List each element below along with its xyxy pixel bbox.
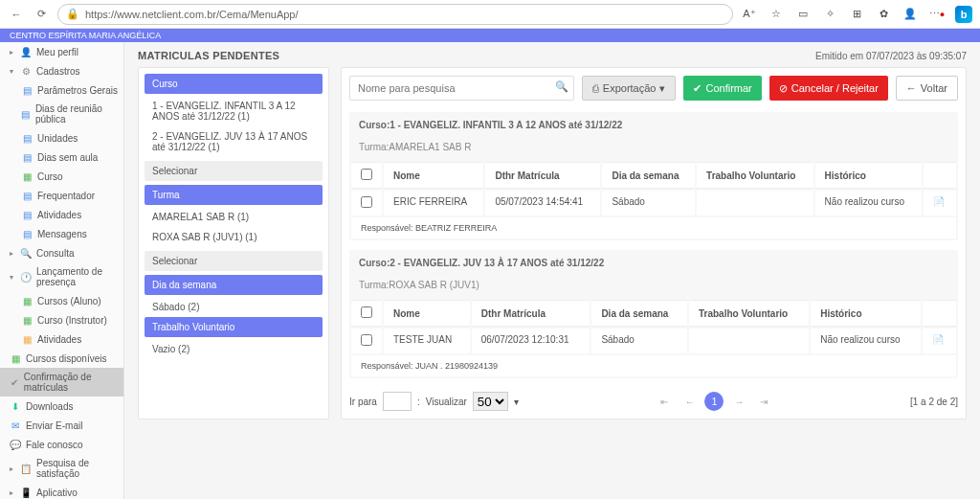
cancel-button[interactable]: ⊘Cancelar / Rejeitar xyxy=(769,76,888,101)
confirm-button[interactable]: ✔Confirmar xyxy=(683,76,761,101)
collections-icon[interactable]: ▭ xyxy=(794,6,812,23)
profile-icon[interactable]: 👤 xyxy=(902,6,919,23)
sidebar-pesquisa[interactable]: ▸📋Pesquisa de satisfação xyxy=(0,454,123,483)
cancel-icon: ⊘ xyxy=(779,82,788,95)
address-bar[interactable]: 🔒 https://www.netclient.com.br/Cema/Menu… xyxy=(57,4,733,25)
sidebar-dias-sem-aula[interactable]: ▤Dias sem aula xyxy=(0,147,123,167)
filter-dia-opt[interactable]: Sábado (2) xyxy=(145,297,323,317)
bing-icon[interactable]: b xyxy=(955,6,972,23)
toolbar: 🔍 ⎙Exportação ▾ ✔Confirmar ⊘Cancelar / R… xyxy=(349,76,958,101)
sidebar-fale[interactable]: 💬Fale conosco xyxy=(0,435,123,454)
back-icon: ← xyxy=(906,82,917,94)
filter-turma-header[interactable]: Turma xyxy=(145,185,323,205)
filter-curso-opt[interactable]: 1 - EVANGELIZ. INFANTIL 3 A 12 ANOS até … xyxy=(145,96,323,126)
refresh-icon[interactable]: ⟳ xyxy=(33,6,50,23)
check-icon: ✔ xyxy=(10,376,19,388)
sidebar-mensagens[interactable]: ▤Mensagens xyxy=(0,224,123,243)
user-icon: 👤 xyxy=(20,46,32,57)
search-input[interactable] xyxy=(349,76,574,101)
gear-icon: ⚙ xyxy=(20,65,32,77)
matricula-table: Nome Dthr Matrícula Dia da semana Trabal… xyxy=(349,298,958,378)
back-button[interactable]: ←Voltar xyxy=(896,76,958,101)
export-icon: ⎙ xyxy=(592,82,599,94)
matricula-table: Nome Dthr Matrícula Dia da semana Trabal… xyxy=(349,160,958,240)
sidebar-parametros[interactable]: ▤Parâmetros Gerais xyxy=(0,80,123,100)
filter-turma-opt[interactable]: ROXA SAB R (JUV1) (1) xyxy=(145,227,323,247)
emit-timestamp: Emitido em 07/07/2023 às 09:35:07 xyxy=(815,51,967,61)
extensions-icon[interactable]: ⊞ xyxy=(848,6,865,23)
sidebar-curso[interactable]: ▦Curso xyxy=(0,167,123,186)
sidebar-email[interactable]: ✉Enviar E-mail xyxy=(0,416,123,435)
col-trab: Trabalho Voluntario xyxy=(689,300,809,327)
pager-last[interactable]: ⇥ xyxy=(754,392,773,411)
read-aloud-icon[interactable]: A⁺ xyxy=(741,6,758,23)
col-dthr: Dthr Matrícula xyxy=(485,162,600,189)
filter-selecionar[interactable]: Selecionar xyxy=(145,161,323,181)
filter-trab-header[interactable]: Trabalho Voluntario xyxy=(145,317,323,337)
sidebar-cursos-disp[interactable]: ▦Cursos disponíveis xyxy=(0,349,123,368)
pager-prev[interactable]: ← xyxy=(679,392,699,411)
course-header: Curso:2 - EVANGELIZ. JUV 13 À 17 ANOS at… xyxy=(349,250,958,276)
favorites-bar-icon[interactable]: ✧ xyxy=(821,6,838,23)
search-icon[interactable]: 🔍 xyxy=(555,80,568,93)
row-checkbox[interactable] xyxy=(361,196,372,208)
list-icon: ▤ xyxy=(21,228,33,239)
app-icon: 📱 xyxy=(20,487,32,498)
check-icon: ✔ xyxy=(693,82,702,95)
sidebar-meu-perfil[interactable]: ▸👤Meu perfil xyxy=(0,42,123,61)
sidebar-cadastros[interactable]: ▾⚙Cadastros xyxy=(0,61,123,80)
col-hist: Histórico xyxy=(811,300,920,327)
row-checkbox[interactable] xyxy=(361,334,372,346)
filter-trab-opt[interactable]: Vazio (2) xyxy=(145,339,323,359)
list-icon: ▤ xyxy=(21,190,33,201)
pager-next[interactable]: → xyxy=(729,392,748,411)
list-icon: ▤ xyxy=(21,108,31,120)
filter-curso-header[interactable]: Curso xyxy=(145,74,323,94)
sidebar-cursos-aluno[interactable]: ▦Cursos (Aluno) xyxy=(0,291,123,310)
sidebar-downloads[interactable]: ⬇Downloads xyxy=(0,397,123,416)
sidebar-unidades[interactable]: ▤Unidades xyxy=(0,128,123,147)
col-nome: Nome xyxy=(384,162,483,189)
back-icon[interactable]: ← xyxy=(8,6,25,23)
course-block: Curso:1 - EVANGELIZ. INFANTIL 3 A 12 ANO… xyxy=(349,112,958,240)
select-all-checkbox[interactable] xyxy=(361,169,372,180)
grid-icon: ▦ xyxy=(21,333,33,345)
col-dthr: Dthr Matrícula xyxy=(472,300,590,327)
table-row: ERIC FERREIRA 05/07/2023 14:54:41 Sábado… xyxy=(351,191,956,215)
performance-icon[interactable]: ✿ xyxy=(875,6,892,23)
sidebar-dias-reuniao[interactable]: ▤Dias de reunião pública xyxy=(0,100,123,128)
clock-icon: 🕐 xyxy=(20,271,32,283)
chat-icon: 💬 xyxy=(10,439,21,450)
filter-curso-opt[interactable]: 2 - EVANGELIZ. JUV 13 À 17 ANOS até 31/1… xyxy=(145,126,323,157)
select-all-checkbox[interactable] xyxy=(361,306,372,318)
export-button[interactable]: ⎙Exportação ▾ xyxy=(582,76,677,101)
filter-turma-opt[interactable]: AMARELA1 SAB R (1) xyxy=(145,207,323,227)
sidebar-curso-instrutor[interactable]: ▦Curso (Instrutor) xyxy=(0,310,123,329)
pager-goto-input[interactable] xyxy=(383,392,412,411)
filter-dia-header[interactable]: Dia da semana xyxy=(145,275,323,295)
pager-first[interactable]: ⇤ xyxy=(655,392,674,411)
data-panel: 🔍 ⎙Exportação ▾ ✔Confirmar ⊘Cancelar / R… xyxy=(341,67,967,420)
favorite-icon[interactable]: ☆ xyxy=(768,6,785,23)
search-box: 🔍 xyxy=(349,76,574,101)
sidebar-aplicativo[interactable]: ▸📱Aplicativo xyxy=(0,483,123,499)
pager-size-select[interactable]: 50 xyxy=(473,392,508,411)
filter-selecionar[interactable]: Selecionar xyxy=(145,251,323,271)
responsavel: Responsável: BEATRIZ FERREIRA xyxy=(351,217,956,238)
sidebar-consulta[interactable]: ▸🔍Consulta xyxy=(0,243,123,262)
table-row: TESTE JUAN 06/07/2023 12:10:31 Sábado Nã… xyxy=(351,329,956,353)
sidebar-lancamento[interactable]: ▾🕐Lançamento de presença xyxy=(0,262,123,291)
chevron-down-icon: ▾ xyxy=(659,82,665,95)
sidebar-confirmacao[interactable]: ✔Confirmação de matrículas xyxy=(0,368,123,397)
sidebar-atividades[interactable]: ▤Atividades xyxy=(0,205,123,224)
pager-current[interactable]: 1 xyxy=(704,392,724,411)
sidebar-lanc-atividades[interactable]: ▦Atividades xyxy=(0,329,123,349)
lock-icon: 🔒 xyxy=(66,8,79,20)
cell-dia: Sábado xyxy=(591,329,687,353)
cell-dia: Sábado xyxy=(602,191,695,215)
doc-icon[interactable]: 📄 xyxy=(923,329,956,353)
menu-icon[interactable]: ⋯● xyxy=(928,6,946,23)
grid-icon: ▦ xyxy=(21,314,33,326)
sidebar-frequentador[interactable]: ▤Frequentador xyxy=(0,186,123,205)
doc-icon[interactable]: 📄 xyxy=(924,191,956,215)
